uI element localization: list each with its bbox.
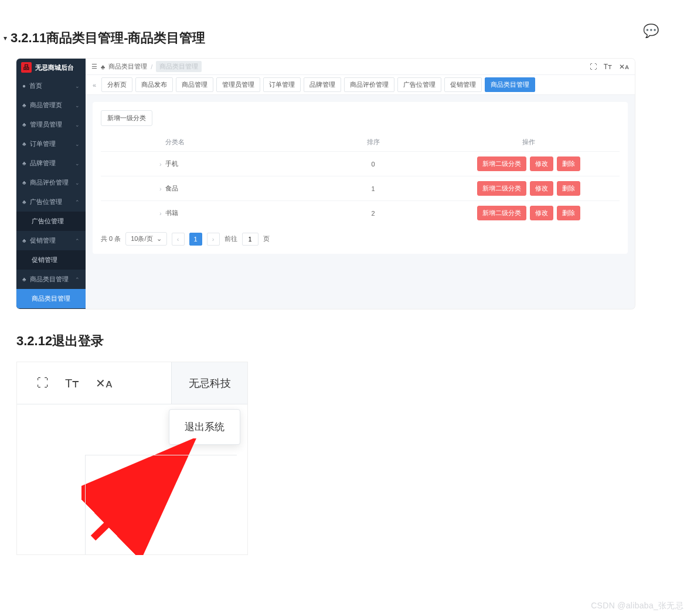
nav-label: 广告位管理 [30, 198, 62, 206]
main-area: ☰ ♣ 商品类目管理 / 商品类目管理 ⛶Tᴛ✕ᴀ « 分析页商品发布商品管理管… [86, 59, 635, 309]
tab[interactable]: 商品类目管理 [485, 77, 535, 92]
translate-icon[interactable]: ✕ᴀ [619, 63, 629, 71]
sidebar-subitem[interactable]: 促销管理 [16, 250, 86, 270]
sidebar: 品 无忌商城后台 ●首页⌄♣商品管理页⌄♣管理员管理⌄♣订单管理⌄♣品牌管理⌄♣… [16, 59, 86, 309]
nav-label: 商品管理页 [30, 101, 62, 110]
sidebar-item[interactable]: ♣订单管理⌄ [16, 134, 86, 154]
tabs-collapse-icon[interactable]: « [90, 80, 98, 90]
sidebar-item[interactable]: ●首页⌄ [16, 76, 86, 96]
crumb-current: 商品类目管理 [156, 61, 202, 72]
pager-next[interactable]: › [207, 233, 220, 246]
translate-icon[interactable]: ✕ᴀ [96, 376, 113, 390]
action-button[interactable]: 新增二级分类 [477, 156, 526, 171]
add-top-category-button[interactable]: 新增一级分类 [101, 110, 152, 126]
font-size-icon[interactable]: Tᴛ [65, 376, 79, 390]
tab[interactable]: 订单管理 [263, 77, 301, 92]
menu-toggle-icon[interactable]: ☰ [91, 63, 97, 70]
section-2-title: 3.2.12退出登录 [16, 332, 676, 350]
brand-text: 无忌商城后台 [35, 63, 74, 72]
action-button[interactable]: 修改 [530, 206, 553, 220]
nav-label: 商品类目管理 [30, 275, 69, 284]
fullscreen-icon[interactable]: ⛶ [590, 63, 597, 71]
sidebar-item[interactable]: ♣品牌管理⌄ [16, 154, 86, 173]
action-button[interactable]: 修改 [530, 156, 553, 171]
nav-icon: ♣ [22, 141, 26, 147]
sidebar-item[interactable]: ♣商品类目管理⌃ [16, 270, 86, 289]
tab[interactable]: 商品发布 [135, 77, 173, 92]
tab[interactable]: 促销管理 [444, 77, 482, 92]
action-button[interactable]: 删除 [557, 181, 580, 196]
chevron-icon: ⌄ [75, 161, 80, 166]
tab[interactable]: 商品管理 [176, 77, 213, 92]
tabs-bar: « 分析页商品发布商品管理管理员管理订单管理品牌管理商品评价管理广告位管理促销管… [86, 75, 635, 95]
pager-goto-input[interactable] [242, 233, 258, 246]
chevron-icon: ⌄ [75, 180, 80, 186]
table-row: ›手机0新增二级分类修改删除 [101, 152, 620, 176]
sidebar-item[interactable]: ♣管理员管理⌄ [16, 115, 86, 134]
nav-label: 管理员管理 [30, 120, 62, 129]
nav-label: 首页 [29, 81, 42, 90]
sidebar-subitem[interactable]: 商品类目管理 [16, 289, 86, 308]
category-card: 新增一级分类 分类名 排序 操作 ›手机0新增二级分类修改删除›食品1新增二级分… [93, 102, 628, 254]
nav-icon: ♣ [22, 237, 26, 244]
tab[interactable]: 品牌管理 [304, 77, 341, 92]
logout-screenshot: ⛶Tᴛ✕ᴀ 无忌科技 退出系统 [16, 362, 248, 555]
action-button[interactable]: 修改 [530, 181, 553, 196]
nav-label: 品牌管理 [30, 159, 56, 168]
tab[interactable]: 商品评价管理 [344, 77, 394, 92]
breadcrumb-bar: ☰ ♣ 商品类目管理 / 商品类目管理 ⛶Tᴛ✕ᴀ [86, 59, 635, 75]
pager-page-suffix: 页 [263, 234, 270, 243]
fullscreen-icon[interactable]: ⛶ [37, 376, 49, 390]
crumb-sep: / [151, 63, 152, 70]
pager-size-select[interactable]: 10条/页⌄ [125, 232, 166, 246]
pager-prev[interactable]: ‹ [172, 233, 185, 246]
row-sort: 2 [308, 201, 438, 226]
top-strip: ⛶Tᴛ✕ᴀ 无忌科技 [17, 362, 247, 404]
collapse-triangle[interactable]: ▾ [4, 34, 7, 42]
col-action: 操作 [438, 133, 620, 152]
col-name: 分类名 [101, 133, 308, 152]
tab[interactable]: 管理员管理 [216, 77, 260, 92]
nav-icon: ● [22, 83, 26, 89]
chevron-icon: ⌄ [75, 122, 80, 128]
sidebar-item[interactable]: ♣促销管理⌃ [16, 231, 86, 250]
chevron-icon: ⌄ [75, 103, 80, 108]
action-button[interactable]: 新增二级分类 [477, 181, 526, 196]
nav-icon: ♣ [22, 276, 26, 283]
chevron-icon: ⌄ [75, 83, 80, 89]
action-button[interactable]: 删除 [557, 206, 580, 220]
admin-screenshot: 品 无忌商城后台 ●首页⌄♣商品管理页⌄♣管理员管理⌄♣订单管理⌄♣品牌管理⌄♣… [16, 59, 635, 309]
user-menu-trigger[interactable]: 无忌科技 [171, 362, 247, 404]
nav-icon: ♣ [22, 121, 26, 128]
sidebar-item[interactable]: ♣商品管理页⌄ [16, 96, 86, 115]
expand-icon[interactable]: › [159, 210, 162, 217]
row-name: 手机 [165, 159, 178, 168]
sidebar-subitem[interactable]: 广告位管理 [16, 212, 86, 231]
chevron-icon: ⌃ [75, 238, 80, 244]
brand: 品 无忌商城后台 [16, 59, 86, 76]
expand-icon[interactable]: › [159, 161, 162, 168]
section-1-title: 3.2.11商品类目管理-商品类目管理 [11, 29, 206, 47]
crumb-icon: ♣ [101, 63, 105, 70]
action-button[interactable]: 删除 [557, 156, 580, 171]
sidebar-item[interactable]: ♣广告位管理⌃ [16, 192, 86, 212]
nav-label: 商品评价管理 [30, 178, 69, 187]
action-button[interactable]: 新增二级分类 [477, 206, 526, 220]
tab[interactable]: 广告位管理 [397, 77, 441, 92]
font-size-icon[interactable]: Tᴛ [604, 63, 612, 71]
pager-goto-label: 前往 [224, 234, 237, 243]
chevron-icon: ⌃ [75, 199, 80, 205]
pagination: 共 0 条 10条/页⌄ ‹ 1 › 前往 页 [101, 232, 620, 246]
category-table: 分类名 排序 操作 ›手机0新增二级分类修改删除›食品1新增二级分类修改删除›书… [101, 133, 620, 225]
brand-logo-icon: 品 [21, 62, 32, 73]
pager-page-1[interactable]: 1 [189, 233, 202, 246]
nav-icon: ♣ [22, 199, 26, 205]
chevron-down-icon: ⌄ [157, 235, 162, 243]
chat-icon[interactable]: 💬 [643, 23, 659, 39]
pager-total: 共 0 条 [101, 234, 121, 243]
col-sort: 排序 [308, 133, 438, 152]
crumb-root[interactable]: 商品类目管理 [108, 62, 147, 71]
expand-icon[interactable]: › [159, 185, 162, 192]
sidebar-item[interactable]: ♣商品评价管理⌄ [16, 173, 86, 192]
tab[interactable]: 分析页 [101, 77, 132, 92]
